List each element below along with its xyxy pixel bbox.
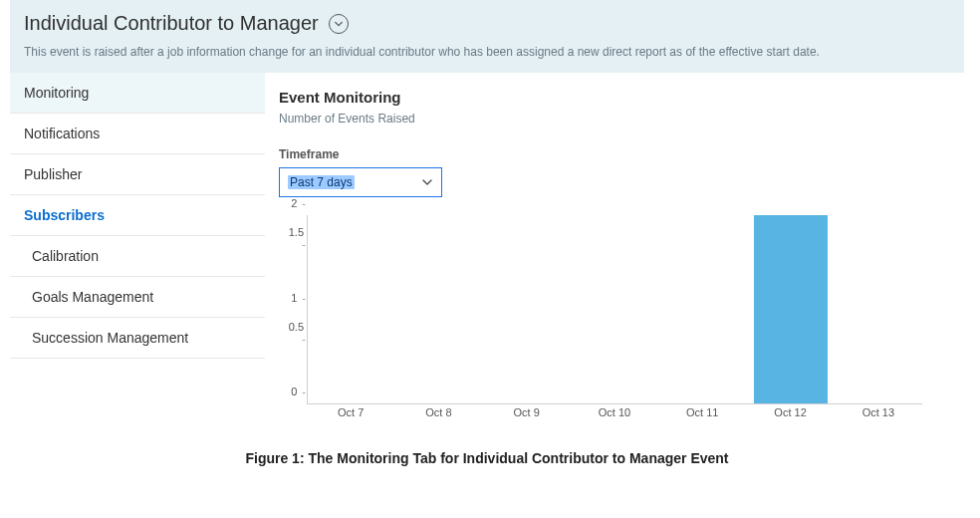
- x-tick: Oct 11: [658, 406, 746, 424]
- sidebar-item-monitoring[interactable]: Monitoring: [10, 73, 265, 114]
- y-tick: 0.5 -: [284, 321, 306, 345]
- x-tick: Oct 10: [571, 406, 658, 424]
- timeframe-label: Timeframe: [279, 147, 954, 161]
- sidebar-item-label: Notifications: [24, 126, 100, 141]
- x-tick: Oct 8: [394, 406, 482, 424]
- x-tick: Oct 9: [483, 406, 571, 424]
- timeframe-select[interactable]: Past 7 days: [279, 167, 442, 197]
- chevron-down-icon: [421, 176, 433, 188]
- header-bar: Individual Contributor to Manager This e…: [10, 0, 964, 73]
- main-panel: Event Monitoring Number of Events Raised…: [265, 73, 964, 424]
- sidebar-item-succession-management[interactable]: Succession Management: [10, 318, 265, 359]
- bar: [754, 215, 828, 403]
- sidebar-item-label: Succession Management: [32, 330, 188, 346]
- y-tick: 1 -: [284, 292, 306, 304]
- bar-cell: [571, 215, 658, 403]
- bar-cell: [747, 215, 835, 403]
- sidebar: MonitoringNotificationsPublisherSubscrib…: [10, 73, 265, 424]
- section-title: Event Monitoring: [279, 89, 954, 106]
- chevron-down-icon: [334, 19, 344, 29]
- sidebar-item-label: Publisher: [24, 166, 82, 182]
- y-tick: 1.5 -: [284, 226, 306, 250]
- y-tick: 2 -: [284, 197, 306, 209]
- page-subtitle: This event is raised after a job informa…: [24, 45, 950, 59]
- bar-cell: [659, 215, 747, 403]
- sidebar-item-label: Subscribers: [24, 207, 105, 223]
- events-chart: 0 -0.5 -1 -1.5 -2 - Oct 7Oct 8Oct 9Oct 1…: [279, 215, 926, 424]
- section-subtitle: Number of Events Raised: [279, 112, 954, 126]
- x-tick: Oct 12: [746, 406, 834, 424]
- sidebar-item-label: Goals Management: [32, 289, 153, 305]
- sidebar-item-label: Monitoring: [24, 85, 89, 101]
- bar-cell: [483, 215, 571, 403]
- figure-caption: Figure 1: The Monitoring Tab for Individ…: [10, 450, 964, 466]
- bar-cell: [835, 215, 922, 403]
- sidebar-item-label: Calibration: [32, 248, 99, 264]
- sidebar-item-subscribers[interactable]: Subscribers: [10, 195, 265, 236]
- sidebar-item-goals-management[interactable]: Goals Management: [10, 277, 265, 318]
- x-tick: Oct 7: [307, 406, 394, 424]
- sidebar-item-calibration[interactable]: Calibration: [10, 236, 265, 277]
- sidebar-item-publisher[interactable]: Publisher: [10, 154, 265, 195]
- y-tick: 0 -: [284, 386, 306, 397]
- expand-toggle-button[interactable]: [329, 14, 349, 34]
- bar-cell: [308, 215, 395, 403]
- page-title: Individual Contributor to Manager: [24, 12, 319, 35]
- sidebar-item-notifications[interactable]: Notifications: [10, 114, 265, 154]
- x-tick: Oct 13: [835, 406, 922, 424]
- bar-cell: [395, 215, 483, 403]
- timeframe-value: Past 7 days: [288, 175, 355, 189]
